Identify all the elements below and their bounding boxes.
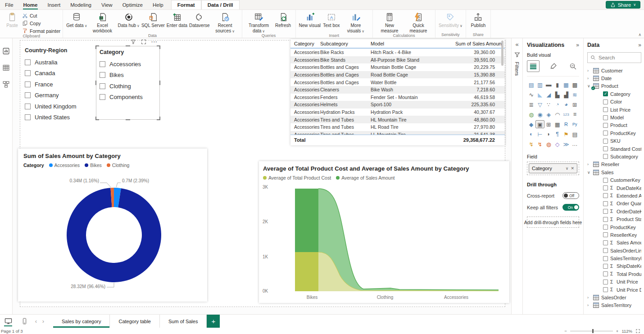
slicer-checkbox-item[interactable]: United Kingdom [25, 101, 97, 112]
report-canvas[interactable]: ··· Country-Region Australia Canada [13, 38, 511, 314]
visual-type-icon[interactable]: ◗ [544, 130, 553, 138]
field-checkbox[interactable] [603, 271, 608, 276]
slicer-checkbox-item[interactable]: Australia [25, 57, 97, 68]
field-list-item[interactable]: Σ Sales Amount [587, 239, 641, 247]
table-row[interactable]: Accessories Hydration Packs Hydration Pa… [290, 108, 505, 116]
new-page-button[interactable]: + [207, 315, 220, 328]
chevron-icon[interactable] [587, 170, 591, 175]
sensitivity-button[interactable]: Sensitivity [438, 11, 463, 28]
field-checkbox[interactable] [603, 185, 608, 190]
visual-type-icon[interactable]: ▦ [562, 81, 570, 89]
visual-type-icon[interactable]: ⊞ [571, 100, 579, 108]
visual-type-icon[interactable]: R [562, 120, 570, 128]
checkbox-icon[interactable] [25, 59, 31, 65]
visual-type-icon[interactable]: ≣ [527, 100, 535, 108]
slicer-checkbox-item[interactable]: Germany [25, 90, 97, 101]
field-checkbox[interactable] [603, 240, 608, 245]
table-row[interactable]: Accessories Bottles and Cages Mountain B… [290, 63, 505, 71]
slicer-checkbox-item[interactable]: Bikes [100, 70, 154, 81]
visual-type-icon[interactable]: ▟ [562, 90, 570, 99]
field-list-item[interactable]: Σ ProductKey [587, 129, 641, 137]
zoom-out-icon[interactable]: − [564, 329, 567, 334]
excel-workbook-button[interactable]: X Excel workbook [88, 11, 117, 33]
column-header[interactable]: Subcategory [320, 41, 371, 46]
transform-data-button[interactable]: Transform data [245, 11, 273, 33]
visual-type-icon[interactable]: ⚑ [562, 130, 570, 138]
collapse-pane-icon[interactable]: » [576, 42, 579, 48]
table-row[interactable]: Accessories Helmets Sport-100 225,335.60 [290, 101, 505, 108]
visual-type-icon[interactable]: ◍ [544, 140, 553, 148]
field-checkbox[interactable] [603, 154, 608, 159]
legend-item[interactable]: Average of Total Product Cost [263, 175, 331, 181]
field-list-item[interactable]: Σ List Price [587, 106, 641, 113]
field-list-item[interactable]: Σ SalesOrder [587, 293, 641, 301]
legend-item[interactable]: Bikes [85, 162, 102, 168]
field-list-item[interactable]: Σ Customer [587, 67, 641, 74]
visual-type-icon[interactable]: ↯ [527, 140, 535, 148]
ribbon-tab[interactable]: Home [18, 0, 43, 9]
visual-type-icon[interactable]: ▦ [553, 120, 562, 128]
visual-type-icon[interactable]: ↯ [535, 140, 544, 148]
field-checkbox[interactable] [603, 107, 608, 112]
fit-to-page-icon[interactable] [635, 329, 640, 334]
table-row[interactable]: Accessories Bike Racks Hitch Rack - 4-Bi… [290, 49, 505, 56]
column-header[interactable]: Sum of Sales Amount [455, 41, 505, 46]
legend-item[interactable]: Accessories [49, 162, 80, 168]
field-checkbox[interactable] [603, 201, 608, 206]
field-list-item[interactable]: Σ SalesTerritoryKey [587, 254, 641, 262]
visual-type-icon[interactable]: ◠ [553, 110, 562, 118]
format-visual-tab[interactable] [547, 60, 559, 72]
cut-button[interactable]: Cut [22, 13, 60, 18]
field-checkbox[interactable] [603, 193, 608, 198]
ribbon-tab[interactable]: View [96, 0, 118, 9]
field-list-item[interactable]: Σ CustomerKey [587, 176, 641, 184]
ribbon-tab[interactable]: Optimize [118, 0, 148, 9]
field-list-item[interactable]: Σ Sales [587, 168, 641, 176]
country-region-slicer[interactable]: Country-Region Australia Canada [25, 47, 97, 123]
field-list-item[interactable]: Σ Product [587, 122, 641, 129]
column-header[interactable]: Category [290, 41, 320, 46]
visual-type-icon[interactable]: 123 [562, 110, 570, 118]
slicer-checkbox-item[interactable]: Canada [25, 68, 97, 79]
field-list-item[interactable]: Σ ResellerKey [587, 231, 641, 239]
previous-page-icon[interactable]: ‹ [32, 315, 40, 328]
donut-chart-visual[interactable]: Sum of Sales Amount by Category Category… [18, 149, 207, 302]
visual-type-icon[interactable]: ▮ [553, 81, 562, 89]
checkbox-icon[interactable] [100, 94, 105, 100]
table-row[interactable]: Accessories Tires and Tubes HL Road Tire… [290, 123, 505, 131]
zoom-in-icon[interactable]: + [616, 329, 619, 334]
visual-type-icon[interactable]: ∵ [544, 100, 553, 108]
field-list-item[interactable]: Σ DueDateKey [587, 184, 641, 192]
field-checkbox[interactable] [603, 264, 608, 269]
quick-measure-button[interactable]: Quick measure [404, 11, 433, 33]
build-visual-tab[interactable] [527, 60, 540, 72]
field-checkbox[interactable] [603, 91, 608, 96]
field-checkbox[interactable] [603, 115, 608, 120]
report-view-icon[interactable] [2, 47, 10, 55]
cross-report-toggle[interactable]: Off [562, 192, 579, 199]
field-list-item[interactable]: Σ Order Quantity [587, 200, 641, 208]
visual-type-icon[interactable]: ▤ [527, 81, 535, 89]
visual-type-icon[interactable]: … [571, 140, 579, 148]
ribbon-collapse-icon[interactable]: ∧ [638, 32, 641, 37]
visual-type-icon[interactable]: ⊞ [544, 120, 553, 128]
field-checkbox[interactable] [603, 232, 608, 237]
visual-type-icon[interactable]: ≡ [571, 110, 579, 118]
checkbox-icon[interactable] [100, 61, 105, 67]
visual-type-icon[interactable]: ▥ [535, 81, 544, 89]
keep-filters-toggle[interactable]: On [562, 204, 579, 211]
data-view-icon[interactable] [2, 64, 10, 72]
field-list-item[interactable]: Σ Extended Amount [587, 192, 641, 199]
field-list-item[interactable]: Σ SalesTerritory [587, 302, 641, 309]
table-row[interactable]: Accessories Tires and Tubes HL Mountain … [290, 116, 505, 123]
get-data-button[interactable]: Get data [65, 11, 88, 28]
field-list-item[interactable]: Σ Color [587, 98, 641, 106]
visual-type-icon[interactable]: ▙ [553, 90, 562, 99]
visual-type-icon[interactable]: ◈ [544, 110, 553, 118]
visual-type-icon[interactable]: ▩ [571, 81, 579, 89]
visual-type-icon[interactable]: ◢ [544, 90, 553, 99]
visual-type-icon[interactable]: ▽ [535, 100, 544, 108]
sql-server-button[interactable]: SQL Server [141, 11, 166, 28]
more-options-icon[interactable]: ··· [151, 39, 158, 45]
chevron-icon[interactable] [587, 76, 591, 81]
